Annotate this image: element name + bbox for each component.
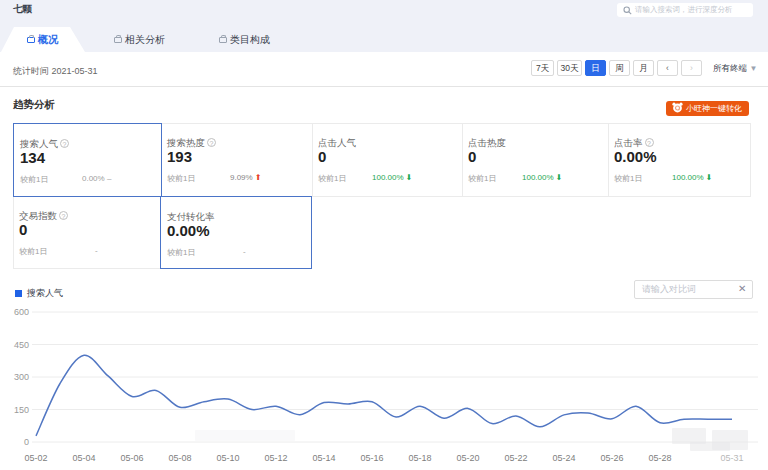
svg-text:05-08: 05-08 bbox=[168, 453, 191, 463]
svg-text:600: 600 bbox=[14, 307, 29, 317]
svg-text:150: 150 bbox=[14, 405, 29, 415]
svg-text:05-06: 05-06 bbox=[120, 453, 143, 463]
svg-text:05-04: 05-04 bbox=[72, 453, 95, 463]
svg-text:300: 300 bbox=[14, 372, 29, 382]
svg-text:05-14: 05-14 bbox=[312, 453, 335, 463]
svg-text:05-24: 05-24 bbox=[552, 453, 575, 463]
svg-text:0: 0 bbox=[24, 437, 29, 447]
svg-text:05-18: 05-18 bbox=[408, 453, 431, 463]
svg-text:450: 450 bbox=[14, 340, 29, 350]
svg-text:05-31: 05-31 bbox=[720, 453, 743, 463]
svg-text:05-26: 05-26 bbox=[600, 453, 623, 463]
svg-text:05-20: 05-20 bbox=[456, 453, 479, 463]
svg-text:05-16: 05-16 bbox=[360, 453, 383, 463]
svg-text:05-10: 05-10 bbox=[216, 453, 239, 463]
svg-text:05-22: 05-22 bbox=[504, 453, 527, 463]
svg-text:05-02: 05-02 bbox=[24, 453, 47, 463]
svg-text:05-28: 05-28 bbox=[648, 453, 671, 463]
svg-text:05-12: 05-12 bbox=[264, 453, 287, 463]
